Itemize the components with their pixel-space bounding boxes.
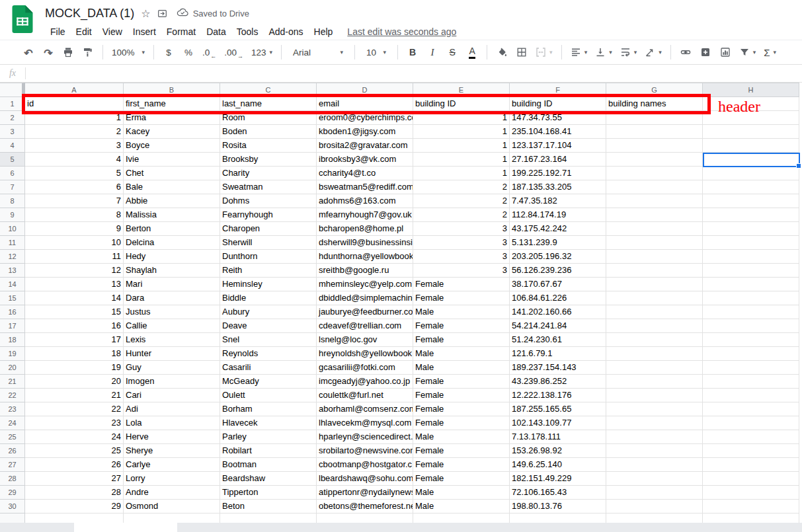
cell-D13[interactable]: sreithb@google.ru (317, 264, 413, 278)
row-header-3[interactable]: 3 (0, 125, 25, 139)
row-header-27[interactable]: 27 (0, 458, 25, 472)
cell-G24[interactable] (606, 416, 703, 430)
cell-B13[interactable]: Shaylah (124, 264, 220, 278)
row-header-24[interactable]: 24 (0, 416, 25, 430)
cell-H2[interactable] (703, 111, 799, 125)
text-rotation-button[interactable]: ▾ (642, 44, 664, 61)
cell-B23[interactable]: Adi (124, 402, 220, 416)
row-header-22[interactable]: 22 (0, 389, 25, 402)
cell-H13[interactable] (703, 264, 799, 278)
cell-G10[interactable] (606, 222, 703, 236)
cell-C26[interactable]: Robilart (220, 444, 317, 458)
cell-H7[interactable] (703, 180, 799, 194)
cell-F4[interactable]: 123.137.17.104 (510, 139, 606, 153)
cell-F29[interactable]: 72.106.165.43 (510, 486, 606, 500)
cell-A10[interactable]: 9 (25, 222, 124, 236)
cell-G7[interactable] (606, 180, 703, 194)
column-header-D[interactable]: D (317, 83, 413, 97)
cell-A16[interactable]: 15 (25, 305, 124, 319)
cell-B25[interactable]: Herve (124, 430, 220, 444)
cell-B1[interactable]: first_name (124, 97, 220, 111)
cell-A24[interactable]: 23 (25, 416, 124, 430)
cell-G11[interactable] (606, 236, 703, 250)
cell-H21[interactable] (703, 375, 799, 389)
cell-E19[interactable]: Male (413, 347, 510, 361)
cell-G3[interactable] (606, 125, 703, 139)
cell-B19[interactable]: Hunter (124, 347, 220, 361)
cell-D8[interactable]: adohms6@163.com (317, 194, 413, 208)
column-header-F[interactable]: F (510, 83, 606, 97)
cell-H29[interactable] (703, 486, 799, 500)
cell-C1[interactable]: last_name (220, 97, 317, 111)
cell-A9[interactable]: 8 (25, 208, 124, 222)
cell-H26[interactable] (703, 444, 799, 458)
cell-H23[interactable] (703, 402, 799, 416)
cell-D14[interactable]: mheminsleyc@yelp.com (317, 278, 413, 291)
cell-F16[interactable]: 141.202.160.66 (510, 305, 606, 319)
cell-A30[interactable]: 29 (25, 500, 124, 513)
cell-B8[interactable]: Abbie (124, 194, 220, 208)
cell-B30[interactable]: Osmond (124, 500, 220, 513)
cell-H12[interactable] (703, 250, 799, 264)
cell-G13[interactable] (606, 264, 703, 278)
row-header-23[interactable]: 23 (0, 402, 25, 416)
cell-D2[interactable]: eroom0@cyberchimps.co (317, 111, 413, 125)
column-header-A[interactable]: A (25, 83, 124, 97)
cell-D11[interactable]: dsherwill9@businessinsi (317, 236, 413, 250)
cell-G18[interactable] (606, 333, 703, 347)
font-family-button[interactable]: Arial▾ (288, 44, 348, 61)
cell-F10[interactable]: 43.175.42.242 (510, 222, 606, 236)
menu-file[interactable]: File (45, 24, 71, 39)
cell-D19[interactable]: hreynoldsh@yellowbook (317, 347, 413, 361)
cell-F18[interactable]: 51.24.230.61 (510, 333, 606, 347)
cell-B27[interactable]: Carlye (124, 458, 220, 472)
cell-D25[interactable]: hparleyn@sciencedirect. (317, 430, 413, 444)
strikethrough-button[interactable]: S (444, 44, 461, 61)
cell-E5[interactable]: 1 (413, 153, 510, 167)
cell-H27[interactable] (703, 458, 799, 472)
paint-format-button[interactable] (79, 44, 97, 61)
text-wrap-button[interactable]: ▾ (618, 44, 640, 61)
cell-D10[interactable]: bcharopen8@home.pl (317, 222, 413, 236)
menu-view[interactable]: View (97, 24, 128, 39)
cell-A13[interactable]: 12 (25, 264, 124, 278)
cell-C4[interactable]: Rosita (220, 139, 317, 153)
cell-B4[interactable]: Boyce (124, 139, 220, 153)
cell-E14[interactable]: Female (413, 278, 510, 291)
row-header-18[interactable]: 18 (0, 333, 25, 347)
cell-D29[interactable]: atippertonr@nydailynews (317, 486, 413, 500)
cell-A19[interactable]: 18 (25, 347, 124, 361)
cell-C7[interactable]: Sweatman (220, 180, 317, 194)
borders-button[interactable] (513, 44, 530, 61)
cell-F15[interactable]: 106.84.61.226 (510, 291, 606, 305)
merge-cells-button[interactable]: ▾ (533, 44, 555, 61)
document-title[interactable]: MOCK_DATA (1) (45, 7, 134, 20)
cell-C13[interactable]: Reith (220, 264, 317, 278)
vertical-align-button[interactable]: ▾ (592, 44, 615, 61)
cell-A2[interactable]: 1 (25, 111, 124, 125)
cell-C29[interactable]: Tipperton (220, 486, 317, 500)
cell-C16[interactable]: Aubury (220, 305, 317, 319)
cell-A15[interactable]: 14 (25, 291, 124, 305)
cell-H14[interactable] (703, 278, 799, 291)
cell-E26[interactable]: Female (413, 444, 510, 458)
cell-E30[interactable]: Male (413, 500, 510, 513)
redo-button[interactable]: ↷ (40, 44, 57, 61)
cell-G28[interactable] (606, 472, 703, 486)
saved-status[interactable]: Saved to Drive (177, 8, 249, 19)
cell-G21[interactable] (606, 375, 703, 389)
row-header-25[interactable]: 25 (0, 430, 25, 444)
cell-A7[interactable]: 6 (25, 180, 124, 194)
insert-chart-button[interactable] (717, 44, 734, 61)
cell-E23[interactable]: Female (413, 402, 510, 416)
cell-D24[interactable]: lhlavecekm@mysql.com (317, 416, 413, 430)
cell-D18[interactable]: lsnelg@loc.gov (317, 333, 413, 347)
row-header-30[interactable]: 30 (0, 500, 25, 513)
cell-C14[interactable]: Heminsley (220, 278, 317, 291)
cell-E25[interactable]: Male (413, 430, 510, 444)
cell-H6[interactable] (703, 167, 799, 180)
cell-E13[interactable]: 3 (413, 264, 510, 278)
cell-F13[interactable]: 56.126.239.236 (510, 264, 606, 278)
cell-E29[interactable]: Male (413, 486, 510, 500)
cell-B9[interactable]: Malissia (124, 208, 220, 222)
